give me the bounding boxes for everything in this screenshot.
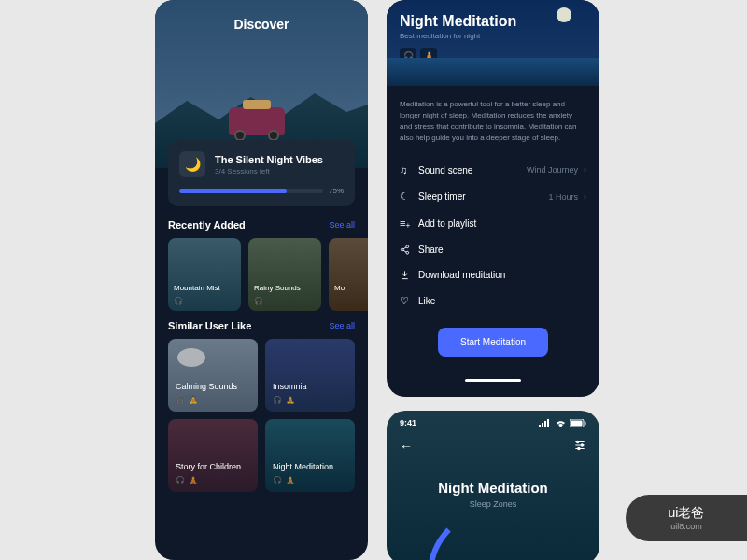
watermark: ui老爸 uil8.com [626, 495, 747, 541]
moon-icon: 🌙 [179, 151, 205, 177]
meditation-icon: 🧘 [286, 396, 295, 404]
detail-subtitle: Best meditation for night [400, 32, 586, 40]
svg-rect-8 [547, 419, 549, 427]
progress-percent: 75% [329, 187, 344, 195]
similar-card-night[interactable]: Night Meditation 🎧🧘 [265, 419, 355, 492]
sound-scene-row[interactable]: ♫ Sound scene Wind Journey › [400, 157, 586, 183]
recently-see-all[interactable]: See all [329, 220, 355, 230]
sleep-timer-row[interactable]: ☾ Sleep timer 1 Hours › [400, 183, 586, 210]
svg-rect-10 [571, 420, 583, 426]
moon-icon: ☾ [400, 190, 418, 203]
svg-rect-11 [585, 422, 586, 425]
download-icon [400, 270, 418, 280]
svg-point-15 [577, 441, 579, 442]
home-indicator [465, 379, 521, 382]
meditation-icon: 🧘 [189, 396, 198, 404]
music-note-icon: ♫ [400, 164, 418, 175]
like-row[interactable]: ♡ Like [400, 287, 586, 315]
status-time: 9:41 [400, 418, 416, 427]
download-row[interactable]: Download meditation [400, 262, 586, 287]
similar-see-all[interactable]: See all [329, 321, 355, 330]
heart-icon: ♡ [400, 295, 418, 307]
progress-bar [179, 189, 323, 193]
svg-line-4 [403, 250, 406, 252]
wifi-icon [555, 419, 567, 427]
share-icon [400, 245, 418, 255]
svg-rect-7 [544, 421, 546, 427]
svg-rect-5 [539, 425, 541, 427]
page-title: Discover [233, 17, 289, 32]
svg-point-16 [581, 444, 583, 446]
svg-point-2 [406, 251, 409, 254]
recently-card-rainy-sounds[interactable]: Rainy Sounds 🎧 [248, 238, 321, 311]
playlist-add-icon: ≡₊ [400, 217, 418, 230]
progress-ring [428, 509, 558, 560]
detail-description: Meditation is a powerful tool for a bett… [400, 99, 586, 144]
meditation-detail-screen: Night Meditation Best meditation for nig… [387, 0, 599, 397]
headphones-icon: 🎧 [273, 476, 282, 484]
recently-card-mountain-mist[interactable]: Mountain Mist 🎧 [168, 238, 241, 311]
battery-icon [570, 419, 586, 427]
chevron-right-icon: › [584, 165, 586, 175]
session-title: The Silent Night Vibes [215, 154, 323, 165]
signal-icon [539, 419, 552, 427]
add-playlist-row[interactable]: ≡₊ Add to playlist [400, 210, 586, 237]
svg-line-3 [403, 247, 406, 249]
svg-point-0 [406, 245, 409, 248]
player-screen: 9:41 ← Night Meditation Sleep Zones [387, 411, 599, 560]
detail-hero: Night Meditation Best meditation for nig… [387, 0, 599, 86]
current-session-card[interactable]: 🌙 The Silent Night Vibes 3/4 Sessions le… [168, 140, 355, 206]
svg-point-1 [401, 248, 403, 251]
recently-added-title: Recently Added [168, 219, 246, 231]
headphones-icon: 🎧 [174, 297, 183, 305]
status-bar: 9:41 [387, 411, 599, 435]
recently-card-cut[interactable]: Mo [329, 238, 368, 311]
similar-card-calming[interactable]: Calming Sounds 🎧🧘 [168, 339, 258, 412]
meditation-icon: 🧘 [189, 476, 198, 484]
back-button[interactable]: ← [400, 439, 413, 454]
similar-card-story[interactable]: Story for Children 🎧🧘 [168, 419, 258, 492]
chevron-right-icon: › [584, 192, 586, 202]
similar-title: Similar User Like [168, 320, 251, 331]
start-meditation-button[interactable]: Start Meditation [438, 328, 548, 357]
headphones-icon: 🎧 [254, 297, 263, 305]
discover-screen: Discover 🌙 The Silent Night Vibes 3/4 Se… [155, 0, 368, 560]
share-row[interactable]: Share [400, 237, 586, 262]
headphones-icon: 🎧 [176, 396, 185, 404]
headphones-icon: 🎧 [176, 476, 185, 484]
meditation-icon: 🧘 [286, 476, 295, 484]
svg-point-17 [578, 447, 580, 449]
settings-sliders-icon[interactable] [573, 439, 586, 454]
headphones-icon: 🎧 [273, 396, 282, 404]
player-subtitle: Sleep Zones [387, 499, 599, 509]
svg-rect-6 [542, 423, 543, 427]
session-subtitle: 3/4 Sessions left [215, 167, 323, 175]
player-title: Night Meditation [387, 480, 599, 496]
similar-card-insomnia[interactable]: Insomnia 🎧🧘 [265, 339, 355, 412]
